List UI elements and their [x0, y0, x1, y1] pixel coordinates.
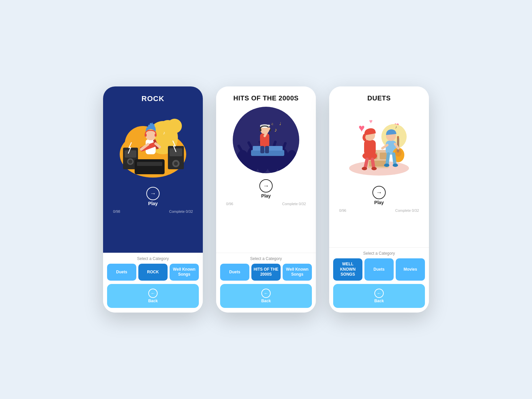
duets-stats-right: Complete 0/32 [395, 208, 419, 212]
duets-back-button[interactable]: ← Back [333, 284, 425, 308]
hits-category-buttons: Duets HITS OF THE 2000S Well Known Songs [220, 264, 312, 281]
phone-rock-top: ROCK [103, 86, 203, 253]
duets-cat-duets[interactable]: Duets [364, 258, 394, 281]
svg-line-79 [387, 154, 388, 165]
phone-hits-bottom: Select a Category Duets HITS OF THE 2000… [216, 253, 316, 313]
svg-rect-13 [135, 159, 165, 174]
duets-play-section: → Play [372, 183, 386, 206]
hits-stats-right: Complete 0/32 [282, 202, 306, 206]
hits-back-label: Back [261, 299, 271, 303]
rock-stats-left: 0/98 [113, 209, 120, 213]
svg-rect-18 [155, 134, 157, 137]
svg-point-63 [362, 152, 377, 160]
svg-rect-17 [145, 134, 147, 137]
svg-text:♩: ♩ [279, 121, 281, 126]
hits-play-label: Play [261, 193, 271, 199]
phone-hits: HITS OF THE 2000S [216, 86, 316, 313]
duets-cat-wellknown[interactable]: WELL KNOWN SONGS [333, 258, 362, 281]
rock-category-buttons: Duets ROCK Well Known Songs [107, 264, 199, 281]
rock-stats: 0/98 Complete 0/32 [110, 207, 196, 213]
svg-point-67 [362, 167, 367, 170]
svg-text:♫: ♫ [271, 122, 274, 126]
svg-text:♥: ♥ [358, 122, 365, 134]
rock-play-section: → Play [146, 184, 160, 207]
rock-illustration: ♪ [116, 108, 190, 181]
svg-rect-43 [260, 129, 261, 131]
duets-illustration: ♥ ♥ ♥ [342, 107, 416, 180]
rock-back-label: Back [148, 299, 158, 303]
svg-rect-6 [125, 150, 136, 158]
rock-play-button[interactable]: → [146, 187, 160, 200]
svg-text:♪: ♪ [274, 127, 277, 133]
svg-text:♪: ♪ [395, 125, 397, 129]
duets-stats-left: 0/96 [339, 208, 346, 212]
rock-cat-rock[interactable]: ROCK [138, 264, 168, 281]
phones-container: ROCK [103, 66, 429, 332]
svg-point-12 [174, 162, 178, 166]
hits-cat-duets[interactable]: Duets [220, 264, 249, 281]
svg-point-82 [393, 164, 398, 167]
svg-point-4 [167, 119, 182, 133]
phone-hits-top: HITS OF THE 2000S [216, 86, 316, 253]
duets-stats: 0/96 Complete 0/32 [336, 206, 422, 212]
duets-category-buttons: WELL KNOWN SONGS Duets Movies [333, 258, 425, 281]
svg-point-81 [384, 164, 389, 167]
svg-point-30 [286, 150, 298, 173]
svg-rect-46 [260, 146, 264, 153]
svg-point-51 [235, 165, 244, 172]
rock-cat-duets[interactable]: Duets [107, 264, 136, 281]
rock-cat-wellknown[interactable]: Well Known Songs [170, 264, 199, 281]
svg-point-52 [288, 165, 297, 172]
rock-back-icon: ← [148, 289, 158, 298]
hits-play-button[interactable]: → [259, 179, 273, 193]
svg-rect-10 [170, 148, 182, 156]
duets-select-label: Select a Category [333, 251, 425, 256]
duets-back-label: Back [374, 299, 384, 303]
svg-text:♪: ♪ [163, 130, 165, 135]
hits-stats: 0/96 Complete 0/32 [223, 200, 309, 206]
phone-duets-title: DUETS [367, 94, 391, 102]
phone-rock-bottom: Select a Category Duets ROCK Well Known … [103, 253, 203, 313]
svg-point-8 [128, 160, 132, 164]
phone-rock-title: ROCK [142, 94, 165, 103]
hits-illustration: ♪ ♩ ♫ [233, 107, 299, 173]
phone-duets-bottom: Select a Category WELL KNOWN SONGS Duets… [329, 247, 429, 313]
hits-cat-wellknown[interactable]: Well Known Songs [283, 264, 312, 281]
svg-point-68 [371, 167, 377, 170]
duets-back-icon: ← [374, 289, 384, 298]
duets-cat-movies[interactable]: Movies [396, 258, 425, 281]
hits-stats-left: 0/96 [226, 202, 233, 206]
svg-rect-14 [137, 162, 162, 166]
rock-play-label: Play [148, 201, 158, 206]
duets-play-label: Play [374, 200, 384, 205]
hits-select-label: Select a Category [220, 256, 312, 261]
svg-text:♥: ♥ [369, 118, 373, 125]
svg-line-80 [394, 154, 395, 165]
svg-line-66 [372, 159, 374, 168]
duets-play-button[interactable]: → [372, 186, 386, 199]
hits-back-button[interactable]: ← Back [220, 284, 312, 308]
phone-duets-top: DUETS ♥ ♥ ♥ [329, 86, 429, 247]
phone-rock: ROCK [103, 86, 203, 313]
rock-select-label: Select a Category [107, 256, 199, 261]
svg-rect-47 [265, 146, 269, 153]
hits-play-section: → Play [259, 177, 273, 200]
svg-line-65 [365, 159, 367, 168]
rock-back-button[interactable]: ← Back [107, 284, 199, 308]
phone-duets: DUETS ♥ ♥ ♥ [329, 86, 429, 313]
hits-cat-hits[interactable]: HITS OF THE 2000S [251, 264, 281, 281]
hits-back-icon: ← [261, 289, 271, 298]
phone-hits-title: HITS OF THE 2000S [233, 94, 299, 102]
rock-stats-right: Complete 0/32 [169, 209, 193, 213]
